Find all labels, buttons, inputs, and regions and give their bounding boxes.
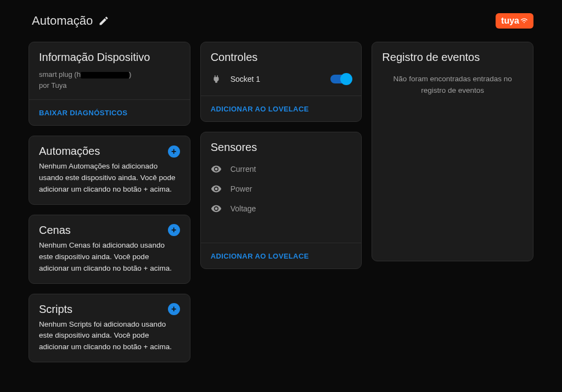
add-automation-button[interactable]: + (168, 145, 180, 158)
add-scene-button[interactable]: + (168, 224, 180, 236)
device-info-title: Informação Dispositivo (39, 51, 180, 64)
scenes-empty-text: Nenhum Cenas foi adicionado usando este … (39, 240, 180, 275)
add-script-button[interactable]: + (168, 303, 180, 315)
eye-icon (211, 183, 222, 194)
tuya-brand-badge: tuya (496, 13, 533, 29)
pencil-icon[interactable] (98, 15, 109, 26)
power-socket-icon[interactable] (211, 74, 222, 85)
add-to-lovelace-button[interactable]: ADICIONAR AO LOVELACE (211, 105, 309, 113)
scripts-card: Scripts + Nenhum Scripts foi adicionado … (29, 294, 190, 363)
device-info-card: Informação Dispositivo smart plug (h) po… (29, 42, 190, 126)
sensor-row[interactable]: Power (211, 179, 352, 199)
scripts-title: Scripts (39, 303, 72, 316)
logbook-empty-text: Não foram encontradas entradas no regist… (382, 74, 523, 101)
signal-icon (520, 17, 528, 25)
sensor-row[interactable]: Voltage (211, 199, 352, 219)
scenes-card: Cenas + Nenhum Cenas foi adicionado usan… (29, 215, 190, 284)
device-manufacturer: por Tuya (39, 80, 180, 91)
logbook-card: Registro de eventos Não foram encontrada… (372, 42, 533, 261)
redacted-text (81, 72, 129, 79)
eye-icon (211, 203, 222, 214)
scenes-title: Cenas (39, 224, 71, 237)
page-title: Automação (32, 14, 93, 28)
eye-icon (211, 164, 222, 175)
add-to-lovelace-button[interactable]: ADICIONAR AO LOVELACE (211, 252, 309, 260)
controls-card: Controles Socket 1 ADICIONAR AO LOVELACE (200, 42, 362, 122)
download-diagnostics-button[interactable]: BAIXAR DIAGNÓSTICOS (39, 109, 127, 117)
sensor-label: Voltage (231, 204, 256, 213)
scripts-empty-text: Nenhum Scripts foi adicionado usando est… (39, 319, 180, 354)
automations-card: Automações + Nenhum Automações foi adici… (29, 136, 190, 205)
socket-toggle[interactable] (330, 75, 351, 83)
sensor-label: Power (231, 184, 252, 193)
sensors-card: Sensores Current Power (200, 132, 362, 269)
sensor-label: Current (231, 165, 256, 173)
control-label[interactable]: Socket 1 (231, 75, 322, 83)
device-name: smart plug (h) (39, 69, 180, 80)
automations-title: Automações (39, 145, 100, 158)
svg-point-0 (524, 22, 525, 23)
control-row: Socket 1 (211, 69, 352, 87)
brand-label: tuya (501, 16, 519, 26)
sensor-row[interactable]: Current (211, 159, 352, 179)
automations-empty-text: Nenhum Automações foi adicionado usando … (39, 161, 180, 195)
sensors-title: Sensores (211, 141, 352, 154)
logbook-title: Registro de eventos (382, 51, 523, 64)
controls-title: Controles (211, 51, 352, 64)
